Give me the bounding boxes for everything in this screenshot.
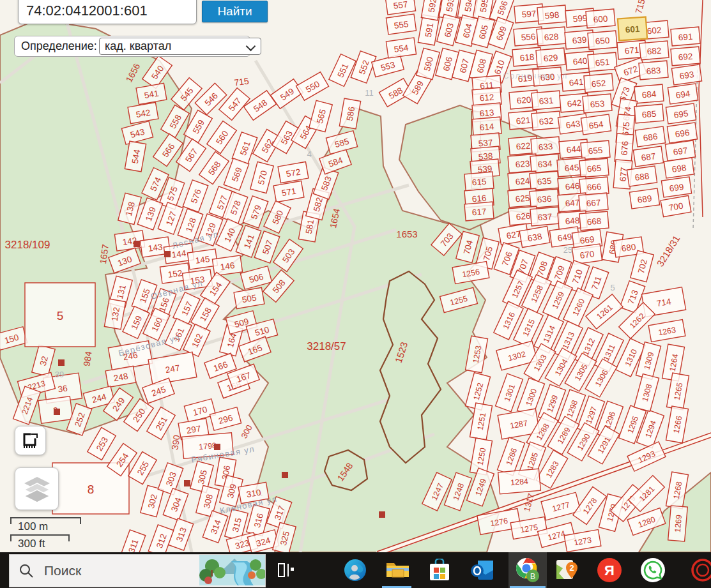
parcel[interactable]: 634	[530, 154, 560, 173]
parcel[interactable]: 1284	[498, 469, 541, 494]
parcel[interactable]: 635	[530, 171, 559, 190]
parcel[interactable]: 553	[372, 54, 404, 77]
parcel[interactable]: 651	[588, 52, 617, 72]
parcel[interactable]: 554	[386, 38, 416, 58]
parcel[interactable]: 617	[464, 202, 494, 221]
svg-text:146: 146	[220, 260, 235, 272]
svg-text:646: 646	[565, 181, 580, 192]
parcel[interactable]: 702	[631, 250, 654, 282]
measure-button[interactable]	[15, 426, 46, 455]
widgets-nature-image[interactable]	[199, 555, 265, 585]
layers-button[interactable]	[15, 467, 59, 510]
highlighted-parcel[interactable]: 601	[618, 17, 647, 41]
parcel[interactable]: 550	[296, 72, 328, 101]
parcel[interactable]: 551	[329, 54, 356, 87]
svg-text:621: 621	[516, 116, 531, 126]
parcel[interactable]: 312	[148, 525, 173, 552]
parcel[interactable]: 654	[581, 114, 611, 135]
yandex-browser-button[interactable]: Я	[594, 552, 625, 588]
building-footprint	[58, 359, 65, 366]
parcel[interactable]: 695	[666, 103, 696, 124]
taskbar-search[interactable]: Поиск	[9, 554, 266, 587]
parcel[interactable]: 5	[25, 283, 95, 347]
svg-text:688: 688	[634, 171, 650, 183]
whatsapp-button[interactable]	[638, 552, 668, 588]
map-canvas[interactable]: 5405415425435445455465475485495505515525…	[0, 0, 711, 552]
parcel[interactable]: 676	[615, 133, 634, 163]
svg-text:696: 696	[675, 128, 690, 139]
file-explorer-button[interactable]	[382, 552, 413, 588]
find-button[interactable]: Найти	[202, 1, 268, 22]
parcel[interactable]: 245	[142, 378, 174, 403]
parcel[interactable]: 1266	[666, 406, 689, 443]
parcel[interactable]: 685	[634, 104, 664, 123]
definition-select[interactable]: кад. квартал	[99, 38, 261, 55]
store-icon	[429, 559, 450, 582]
parcel[interactable]: 570	[250, 162, 274, 193]
parcel[interactable]: 557	[385, 0, 415, 15]
parcel[interactable]: 682	[639, 41, 669, 60]
store-button[interactable]	[424, 552, 455, 588]
parcel[interactable]: 693	[671, 64, 701, 85]
parcel[interactable]: 1308	[634, 374, 659, 412]
parcel[interactable]: 572	[278, 162, 309, 183]
parcel[interactable]: 253	[88, 427, 116, 460]
parcel[interactable]: 1251	[470, 403, 493, 440]
parcel[interactable]: 689	[629, 188, 659, 209]
parcel[interactable]: 668	[579, 211, 609, 230]
parcel[interactable]: 571	[273, 181, 304, 202]
parcel[interactable]: 598	[537, 5, 567, 24]
parcel[interactable]: 576	[183, 180, 208, 212]
svg-text:152: 152	[167, 268, 183, 280]
parcel[interactable]: 552	[351, 51, 376, 83]
parcel[interactable]: 568	[199, 152, 229, 185]
parcel[interactable]: 700	[661, 195, 691, 216]
parcel[interactable]: 636	[530, 189, 559, 208]
parcel[interactable]: 696	[667, 123, 697, 143]
parcel[interactable]: 655	[581, 140, 610, 160]
svg-text:670: 670	[579, 249, 595, 260]
area-label: 3218/109	[5, 239, 50, 251]
parcel[interactable]: 687	[633, 146, 663, 167]
parcel[interactable]: 692	[671, 47, 700, 66]
parcel[interactable]: 633	[531, 137, 560, 156]
parcel[interactable]: 686	[635, 126, 665, 147]
task-view-button[interactable]	[271, 552, 302, 588]
parcel[interactable]: 665	[579, 158, 609, 177]
parcel[interactable]: 637	[530, 207, 560, 226]
parcel[interactable]: 632	[531, 111, 561, 130]
partial-app-button[interactable]	[681, 552, 711, 588]
parcel[interactable]: 311	[120, 530, 145, 552]
parcel[interactable]: 683	[639, 61, 668, 80]
parcel[interactable]: 698	[664, 158, 694, 178]
parcel[interactable]: 684	[634, 84, 664, 103]
chrome-button[interactable]: В	[508, 552, 547, 588]
parcel[interactable]: 699	[661, 177, 691, 197]
cadastral-map[interactable]: 5405415425435445455465475485495505515525…	[0, 0, 711, 552]
parcel[interactable]: 560	[207, 121, 237, 154]
parcel[interactable]: 694	[668, 84, 698, 104]
parcel[interactable]: 615	[464, 172, 494, 191]
2gis-button[interactable]: 2	[552, 552, 583, 588]
edge-profile-button[interactable]	[340, 552, 371, 588]
parcel[interactable]: 667	[579, 193, 608, 212]
cadastral-search-box[interactable]	[18, 0, 197, 24]
parcel[interactable]: 628	[537, 27, 566, 46]
search-input[interactable]	[25, 2, 191, 20]
svg-text:3218/31: 3218/31	[654, 233, 682, 268]
parcel[interactable]: 1269	[668, 506, 688, 541]
parcel[interactable]: 565	[309, 100, 333, 132]
parcel[interactable]: 1263	[648, 320, 685, 342]
parcel[interactable]: 555	[386, 14, 416, 34]
outlook-button[interactable]	[467, 552, 498, 588]
parcel[interactable]: 631	[531, 91, 561, 110]
parcel[interactable]: 600	[586, 9, 615, 28]
parcel[interactable]: 650	[588, 31, 617, 50]
parcel[interactable]: 247	[148, 352, 197, 385]
parcel[interactable]: 688	[627, 166, 657, 186]
parcel[interactable]: 653	[583, 94, 612, 113]
parcel[interactable]: 652	[584, 73, 613, 93]
outlook-icon	[470, 559, 494, 581]
parcel[interactable]: 629	[536, 48, 565, 67]
parcel[interactable]: 691	[671, 27, 700, 46]
